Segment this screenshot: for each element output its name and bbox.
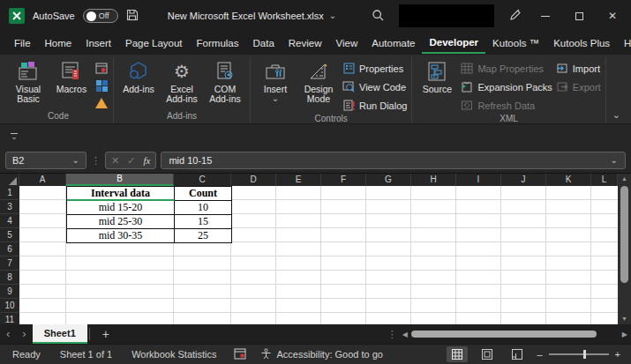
new-sheet-button[interactable]: + bbox=[92, 327, 120, 341]
tab-kutools-plus[interactable]: Kutools Plus bbox=[546, 34, 617, 53]
cell-c3[interactable]: 10 bbox=[175, 201, 232, 215]
refresh-data-button[interactable]: Refresh Data bbox=[460, 98, 552, 113]
row-header-3[interactable]: 3 bbox=[0, 200, 19, 214]
tab-help[interactable]: Help bbox=[617, 34, 631, 53]
properties-button[interactable]: Properties bbox=[342, 61, 407, 76]
macros-button[interactable]: Macros bbox=[51, 57, 92, 94]
minimize-button[interactable] bbox=[536, 10, 555, 22]
excel-logo-icon[interactable] bbox=[9, 8, 25, 24]
pen-icon[interactable] bbox=[508, 9, 522, 24]
tab-home[interactable]: Home bbox=[38, 34, 79, 53]
export-button[interactable]: Export bbox=[555, 79, 601, 94]
row-header-4[interactable]: 4 bbox=[0, 214, 19, 228]
accessibility-status[interactable]: Accessibility: Good to go bbox=[253, 348, 390, 361]
horizontal-scroll-thumb[interactable] bbox=[411, 331, 597, 338]
scroll-up-icon[interactable]: ▲ bbox=[621, 174, 627, 184]
tab-review[interactable]: Review bbox=[282, 34, 329, 53]
cell-b1[interactable]: Interval data bbox=[67, 187, 175, 201]
vertical-scroll-thumb[interactable] bbox=[620, 186, 628, 283]
normal-view-button[interactable] bbox=[447, 346, 468, 362]
page-layout-view-button[interactable] bbox=[477, 346, 498, 362]
map-properties-button[interactable]: Map Properties bbox=[460, 61, 552, 76]
row-header-8[interactable]: 8 bbox=[0, 271, 19, 285]
excel-add-ins-button[interactable]: ⚙ Excel Add-ins bbox=[162, 57, 202, 104]
column-header-k[interactable]: K bbox=[546, 174, 591, 186]
record-macro-button[interactable] bbox=[94, 61, 109, 75]
tab-page-layout[interactable]: Page Layout bbox=[118, 34, 190, 53]
row-header-7[interactable]: 7 bbox=[0, 256, 19, 271]
row-header-9[interactable]: 9 bbox=[0, 285, 19, 299]
cancel-formula-icon[interactable]: ✕ bbox=[111, 155, 119, 167]
cell-b4[interactable]: mid 25-30 bbox=[67, 215, 175, 229]
close-button[interactable]: ✕ bbox=[603, 10, 622, 22]
horizontal-scroll-track[interactable] bbox=[411, 329, 619, 339]
search-icon[interactable] bbox=[372, 9, 385, 24]
column-header-c[interactable]: C bbox=[174, 174, 231, 186]
tab-automate[interactable]: Automate bbox=[364, 34, 422, 53]
enter-formula-icon[interactable]: ✓ bbox=[127, 155, 135, 167]
expansion-packs-button[interactable]: Expansion Packs bbox=[460, 79, 552, 94]
cell-b5[interactable]: mid 30-35 bbox=[67, 229, 175, 243]
save-icon[interactable] bbox=[126, 9, 139, 23]
zoom-slider-thumb[interactable] bbox=[583, 350, 586, 359]
insert-function-icon[interactable]: fx bbox=[143, 155, 150, 166]
tab-data[interactable]: Data bbox=[246, 34, 282, 53]
prev-sheet-icon[interactable]: ‹ bbox=[0, 325, 16, 343]
source-button[interactable]: Source bbox=[417, 57, 457, 94]
import-button[interactable]: Import bbox=[555, 61, 601, 76]
column-header-j[interactable]: J bbox=[501, 174, 546, 186]
visual-basic-button[interactable]: Visual Basic bbox=[8, 57, 49, 104]
column-header-h[interactable]: H bbox=[411, 174, 456, 186]
sheet-tab-sheet1[interactable]: Sheet1 bbox=[33, 324, 87, 344]
add-ins-button[interactable]: Add-ins bbox=[118, 57, 159, 94]
scrollbar-resize-handle-icon[interactable]: ⋮ bbox=[387, 329, 397, 340]
zoom-out-button[interactable]: – bbox=[537, 349, 542, 360]
design-mode-button[interactable]: Design Mode bbox=[298, 57, 339, 104]
use-relative-references-button[interactable] bbox=[94, 78, 109, 93]
column-header-e[interactable]: E bbox=[276, 174, 321, 186]
scroll-down-icon[interactable]: ▼ bbox=[621, 314, 627, 324]
cell-b3[interactable]: mid 15-20 bbox=[67, 201, 175, 215]
scroll-right-icon[interactable]: ▶ bbox=[622, 331, 627, 338]
macro-security-button[interactable] bbox=[94, 96, 109, 110]
tab-developer[interactable]: Developer bbox=[422, 33, 485, 54]
tab-view[interactable]: View bbox=[329, 34, 365, 53]
cells-area[interactable]: Interval data Count mid 15-20 10 mid 25-… bbox=[19, 186, 618, 324]
column-header-l[interactable]: L bbox=[591, 174, 618, 186]
name-box[interactable]: B2 ⌄ bbox=[5, 152, 86, 169]
row-header-6[interactable]: 6 bbox=[0, 242, 19, 256]
formula-bar-handle-icon[interactable]: ⋮ bbox=[91, 155, 101, 167]
insert-control-button[interactable]: Insert ⌄ bbox=[255, 57, 296, 101]
horizontal-scrollbar[interactable]: ◀ ▶ bbox=[402, 329, 627, 339]
cell-c4[interactable]: 15 bbox=[175, 215, 232, 229]
document-title[interactable]: New Microsoft Excel Worksheet.xlsx ⌄ bbox=[168, 11, 336, 21]
run-dialog-button[interactable]: Run Dialog bbox=[342, 98, 407, 113]
view-code-button[interactable]: View Code bbox=[342, 79, 407, 94]
tab-formulas[interactable]: Formulas bbox=[190, 34, 246, 53]
autosave-toggle[interactable]: Off bbox=[83, 9, 118, 23]
cell-c1[interactable]: Count bbox=[175, 187, 232, 201]
tab-file[interactable]: File bbox=[7, 34, 38, 53]
workbook-statistics-button[interactable]: Workbook Statistics bbox=[122, 349, 226, 360]
select-all-corner[interactable] bbox=[0, 174, 19, 186]
zoom-slider-track[interactable] bbox=[549, 353, 609, 355]
cell-c5[interactable]: 25 bbox=[175, 229, 232, 243]
expand-formula-bar-chevron-icon[interactable]: ⌄ bbox=[611, 158, 618, 163]
column-header-i[interactable]: I bbox=[456, 174, 501, 186]
formula-input[interactable]: mid 10-15 ⌄ bbox=[161, 152, 626, 169]
zoom-in-button[interactable]: + bbox=[615, 349, 620, 360]
macro-record-status-icon[interactable] bbox=[234, 348, 246, 361]
customize-toolbar-chevron-icon[interactable]: ⌄ bbox=[11, 133, 18, 140]
column-header-f[interactable]: F bbox=[321, 174, 366, 186]
column-header-g[interactable]: G bbox=[366, 174, 411, 186]
page-break-preview-button[interactable] bbox=[507, 346, 528, 362]
scroll-left-icon[interactable]: ◀ bbox=[402, 331, 408, 338]
row-header-10[interactable]: 10 bbox=[0, 299, 19, 313]
vertical-scrollbar[interactable]: ▲ ▼ bbox=[618, 174, 631, 324]
column-header-d[interactable]: D bbox=[231, 174, 276, 186]
collapse-ribbon-chevron-icon[interactable]: ⌄ bbox=[612, 109, 620, 121]
row-header-5[interactable]: 5 bbox=[0, 228, 19, 242]
row-header-1[interactable]: 1 bbox=[0, 186, 19, 200]
com-add-ins-button[interactable]: COM Add-ins bbox=[205, 57, 245, 104]
column-header-b-selected[interactable]: B bbox=[66, 174, 174, 186]
